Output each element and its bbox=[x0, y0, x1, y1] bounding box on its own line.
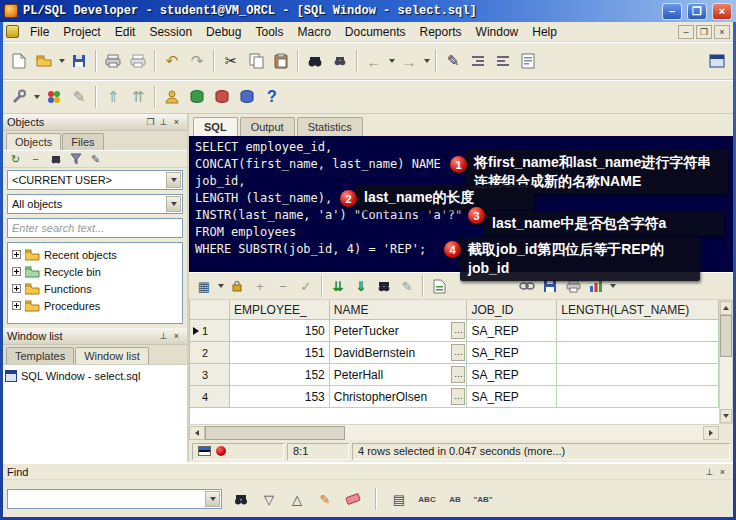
job-id-cell[interactable]: SA_REP bbox=[467, 320, 557, 342]
code-assistant-icon[interactable] bbox=[42, 85, 66, 109]
vertical-scroll-thumb[interactable] bbox=[720, 315, 732, 357]
find-object-icon[interactable] bbox=[48, 152, 63, 167]
scroll-right-button[interactable] bbox=[703, 426, 719, 440]
float-icon[interactable]: ❐ bbox=[144, 116, 157, 128]
menu-reports[interactable]: Reports bbox=[413, 23, 469, 41]
in-selection-icon[interactable]: ▤ bbox=[390, 490, 408, 508]
session-icon[interactable] bbox=[160, 85, 184, 109]
whole-word-icon[interactable]: ABC bbox=[418, 490, 436, 508]
print-settings-icon[interactable] bbox=[126, 49, 150, 73]
search-up-icon[interactable]: △ bbox=[288, 490, 306, 508]
post-changes-icon[interactable]: ✓ bbox=[295, 275, 317, 297]
help-icon[interactable]: ? bbox=[260, 85, 284, 109]
minimize-button[interactable]: – bbox=[662, 3, 682, 20]
delete-record-icon[interactable]: − bbox=[272, 275, 294, 297]
find-combo[interactable] bbox=[7, 489, 222, 509]
mdi-minimize-button[interactable]: – bbox=[678, 25, 694, 39]
horizontal-scroll-thumb[interactable] bbox=[205, 426, 345, 440]
pin-icon[interactable]: ⊥ bbox=[157, 116, 170, 128]
menu-project[interactable]: Project bbox=[56, 23, 107, 41]
highlight-icon[interactable]: ✎ bbox=[316, 490, 334, 508]
scroll-up-button[interactable] bbox=[720, 301, 732, 315]
find-input[interactable] bbox=[8, 490, 204, 508]
open-file-icon[interactable] bbox=[32, 49, 56, 73]
status-message[interactable]: 4 rows selected in 0.047 seconds (more..… bbox=[358, 445, 565, 457]
tab-output[interactable]: Output bbox=[240, 117, 295, 136]
row-number-cell[interactable]: 4 bbox=[190, 386, 230, 408]
menu-edit[interactable]: Edit bbox=[108, 23, 143, 41]
employee-id-cell[interactable]: 151 bbox=[230, 342, 330, 364]
menu-documents[interactable]: Documents bbox=[338, 23, 413, 41]
object-filter-button[interactable] bbox=[166, 196, 181, 212]
refresh-icon[interactable]: ↻ bbox=[8, 152, 23, 167]
expand-icon[interactable] bbox=[12, 301, 21, 310]
employee-id-cell[interactable]: 150 bbox=[230, 320, 330, 342]
cell-ellipsis-button[interactable]: … bbox=[451, 322, 465, 339]
row-number-cell[interactable]: 2 bbox=[190, 342, 230, 364]
scroll-down-button[interactable] bbox=[720, 409, 732, 423]
column-header-job-id[interactable]: JOB_ID bbox=[467, 300, 557, 320]
pencil-icon[interactable]: ✎ bbox=[67, 85, 91, 109]
job-id-cell[interactable]: SA_REP bbox=[467, 342, 557, 364]
close-icon[interactable]: × bbox=[716, 466, 729, 478]
forward-icon[interactable]: → bbox=[397, 49, 421, 73]
tree-item-functions[interactable]: Functions bbox=[10, 280, 180, 297]
column-header-name[interactable]: NAME bbox=[330, 300, 468, 320]
close-icon[interactable]: × bbox=[170, 330, 183, 342]
fetch-next-page-icon[interactable]: ⇊ bbox=[327, 275, 349, 297]
object-search-input[interactable] bbox=[7, 218, 183, 238]
name-cell[interactable]: PeterHall… bbox=[330, 364, 468, 386]
pin-icon[interactable]: ⊥ bbox=[157, 330, 170, 342]
collapse-all-icon[interactable]: − bbox=[28, 152, 43, 167]
tab-window-list[interactable]: Window list bbox=[75, 347, 149, 364]
forward-dropdown[interactable] bbox=[422, 49, 431, 73]
edit-document-icon[interactable]: ✎ bbox=[441, 49, 465, 73]
grid-options-dropdown[interactable] bbox=[216, 274, 225, 298]
tab-sql[interactable]: SQL bbox=[193, 117, 238, 136]
redo-icon[interactable]: ↷ bbox=[185, 49, 209, 73]
cell-ellipsis-button[interactable]: … bbox=[451, 366, 465, 383]
scroll-left-button[interactable] bbox=[189, 426, 205, 440]
commit-icon[interactable] bbox=[185, 85, 209, 109]
new-document-icon[interactable] bbox=[7, 49, 31, 73]
edit-data-icon[interactable]: ✎ bbox=[396, 275, 418, 297]
column-header-employee-id[interactable]: EMPLOYEE_ bbox=[230, 300, 330, 320]
wrench-dropdown[interactable] bbox=[32, 85, 41, 109]
tree-item-procedures[interactable]: Procedures bbox=[10, 297, 180, 314]
debug-icon[interactable]: ⇈ bbox=[126, 85, 150, 109]
row-number-cell[interactable]: 1 bbox=[190, 320, 230, 342]
sql-window-icon[interactable] bbox=[6, 25, 19, 38]
new-window-icon[interactable] bbox=[705, 49, 729, 73]
close-icon[interactable]: × bbox=[170, 116, 183, 128]
eraser-icon[interactable] bbox=[344, 490, 362, 508]
find-history-button[interactable] bbox=[205, 491, 220, 507]
length-cell[interactable] bbox=[557, 364, 719, 386]
lock-icon[interactable] bbox=[226, 275, 248, 297]
menu-window[interactable]: Window bbox=[469, 23, 526, 41]
tab-files[interactable]: Files bbox=[62, 133, 103, 150]
tree-item-recycle-bin[interactable]: Recycle bin bbox=[10, 263, 180, 280]
row-number-cell[interactable]: 3 bbox=[190, 364, 230, 386]
mdi-close-button[interactable]: × bbox=[714, 25, 730, 39]
length-cell[interactable] bbox=[557, 320, 719, 342]
employee-id-cell[interactable]: 153 bbox=[230, 386, 330, 408]
menu-tools[interactable]: Tools bbox=[248, 23, 290, 41]
add-record-icon[interactable]: + bbox=[249, 275, 271, 297]
cut-icon[interactable]: ✂ bbox=[219, 49, 243, 73]
object-filter-select[interactable]: All objects bbox=[7, 194, 183, 214]
window-list-item[interactable]: SQL Window - select.sql bbox=[5, 368, 185, 384]
find-button[interactable] bbox=[232, 490, 250, 508]
tab-templates[interactable]: Templates bbox=[6, 347, 74, 364]
name-cell[interactable]: DavidBernstein… bbox=[330, 342, 468, 364]
name-cell[interactable]: PeterTucker… bbox=[330, 320, 468, 342]
length-cell[interactable] bbox=[557, 342, 719, 364]
mdi-restore-button[interactable]: ❐ bbox=[696, 25, 712, 39]
job-id-cell[interactable]: SA_REP bbox=[467, 386, 557, 408]
vertical-scrollbar[interactable] bbox=[719, 300, 733, 424]
expand-icon[interactable] bbox=[12, 250, 21, 259]
filter-icon[interactable] bbox=[68, 152, 83, 167]
menu-session[interactable]: Session bbox=[142, 23, 199, 41]
cell-ellipsis-button[interactable]: … bbox=[451, 388, 465, 405]
undo-icon[interactable]: ↶ bbox=[160, 49, 184, 73]
name-cell[interactable]: ChristopherOlsen… bbox=[330, 386, 468, 408]
